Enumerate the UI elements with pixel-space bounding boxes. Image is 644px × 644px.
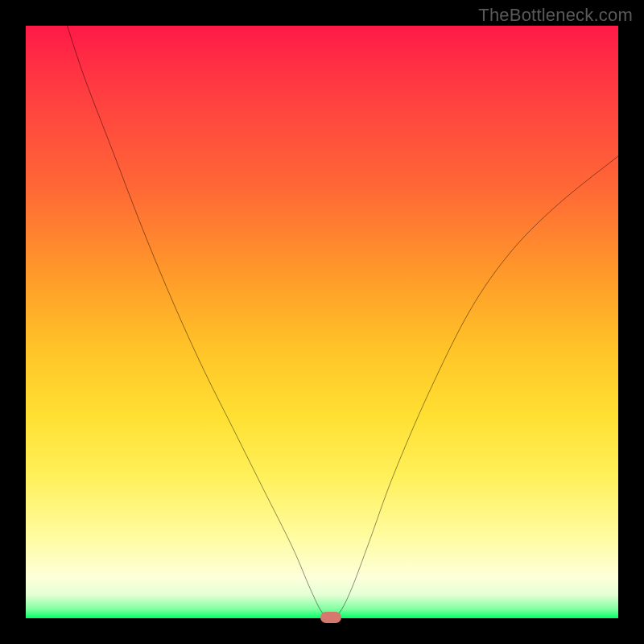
watermark-text: TheBottleneck.com xyxy=(478,5,633,26)
bottleneck-curve-path xyxy=(68,26,618,618)
chart-frame: TheBottleneck.com xyxy=(0,0,644,644)
bottleneck-curve-svg xyxy=(26,26,618,618)
optimal-zone-marker xyxy=(320,612,341,623)
